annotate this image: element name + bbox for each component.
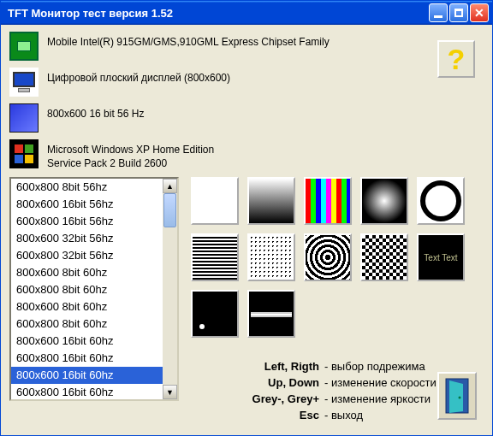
test-grid[interactable] <box>191 233 239 281</box>
window-title: TFT Монитор тест версия 1.52 <box>8 7 429 20</box>
door-icon <box>444 377 470 415</box>
test-dots[interactable] <box>247 233 295 281</box>
scroll-down-button[interactable]: ▼ <box>163 385 177 399</box>
mode-list-item[interactable]: 800x600 8bit 60hz <box>11 264 163 281</box>
legend-val-grey: - изменение яркости <box>324 392 431 405</box>
mode-list-item[interactable]: 800x600 16bit 60hz <box>11 367 163 384</box>
chipset-icon <box>9 32 39 61</box>
test-checker[interactable] <box>360 233 408 281</box>
mode-list-item[interactable]: 800x600 8bit 60hz <box>11 298 163 315</box>
mode-label: 800x600 16 bit 56 Hz <box>47 103 144 121</box>
help-button[interactable]: ? <box>437 40 475 78</box>
content-area: ? Mobile Intel(R) 915GM/GMS,910GML Expre… <box>1 25 492 435</box>
test-line[interactable] <box>247 290 295 338</box>
test-gradient[interactable] <box>247 177 295 225</box>
chipset-label: Mobile Intel(R) 915GM/GMS,910GML Express… <box>47 32 330 49</box>
test-colorbars[interactable] <box>304 177 352 225</box>
mode-list-item[interactable]: 600x800 16bit 56hz <box>11 213 163 230</box>
os-label-2: Service Pack 2 Build 2600 <box>47 156 214 170</box>
scroll-thumb[interactable] <box>163 193 176 227</box>
windows-icon <box>9 139 39 168</box>
test-spiral[interactable] <box>304 233 352 281</box>
legend-val-esc: - выход <box>324 409 363 421</box>
minimize-button[interactable] <box>429 3 448 22</box>
test-thumbnails: Text Text <box>191 177 484 338</box>
os-label-1: Microsoft Windows XP Home Edition <box>47 143 214 156</box>
legend-val-lr: - выбор подрежима <box>324 360 425 373</box>
test-ring[interactable] <box>417 177 465 225</box>
legend-val-ud: - изменение скорости <box>324 376 437 389</box>
scroll-up-button[interactable]: ▲ <box>163 179 177 193</box>
text-sample: Text Text <box>424 253 457 262</box>
mode-list-item[interactable]: 600x800 8bit 60hz <box>11 281 163 298</box>
legend-key-grey: Grey-, Grey+ <box>225 392 319 405</box>
exit-button[interactable] <box>437 372 477 420</box>
mode-list-item[interactable]: 800x600 32bit 56hz <box>11 230 163 247</box>
scrollbar[interactable]: ▲ ▼ <box>163 179 177 399</box>
display-label: Цифровой плоский дисплей (800x600) <box>47 68 230 85</box>
app-window: TFT Монитор тест версия 1.52 ✕ ? Mobile … <box>0 0 493 436</box>
mode-list-item[interactable]: 800x600 16bit 56hz <box>11 196 163 213</box>
monitor-icon <box>9 68 39 97</box>
mode-list-item[interactable]: 600x800 16bit 60hz <box>11 350 163 367</box>
legend-key-esc: Esc <box>225 409 319 421</box>
mode-list-item[interactable]: 800x600 16bit 60hz <box>11 333 163 350</box>
test-pixel[interactable] <box>191 290 239 338</box>
legend-key-ud: Up, Down <box>225 376 319 389</box>
mode-list-item[interactable]: 600x800 16bit 60hz <box>11 384 163 399</box>
mode-icon <box>9 103 39 133</box>
help-icon: ? <box>448 43 466 76</box>
maximize-button[interactable] <box>449 3 468 22</box>
titlebar[interactable]: TFT Монитор тест версия 1.52 ✕ <box>1 1 492 25</box>
svg-marker-1 <box>449 380 463 413</box>
mode-listbox[interactable]: 600x800 8bit 56hz800x600 16bit 56hz600x8… <box>9 177 179 401</box>
scroll-track[interactable] <box>163 193 177 385</box>
test-radial[interactable] <box>360 177 408 225</box>
legend-key-lr: Left, Rigth <box>225 360 319 373</box>
mode-list-item[interactable]: 600x800 32bit 56hz <box>11 247 163 264</box>
mode-list-item[interactable]: 600x800 8bit 60hz <box>11 315 163 333</box>
test-white[interactable] <box>191 177 239 225</box>
svg-point-2 <box>459 397 461 399</box>
test-text[interactable]: Text Text <box>417 233 465 281</box>
mode-list-item[interactable]: 600x800 8bit 56hz <box>11 179 163 196</box>
close-button[interactable]: ✕ <box>470 3 489 22</box>
